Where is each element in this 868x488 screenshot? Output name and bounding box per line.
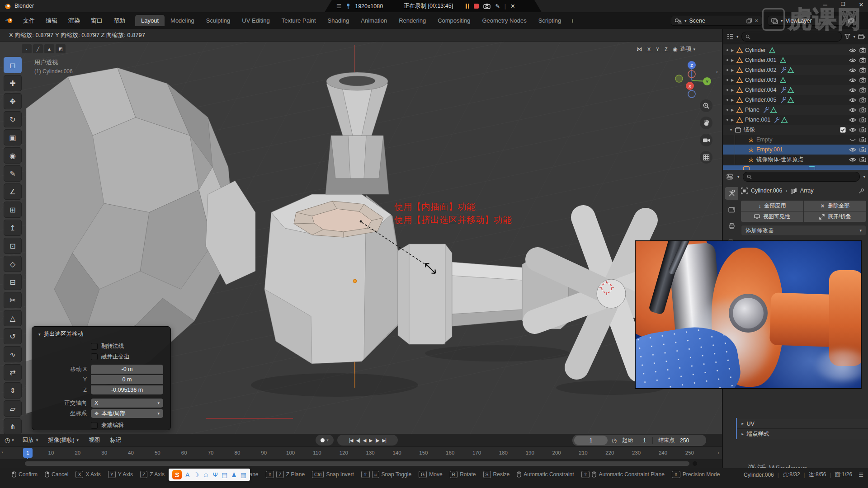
tool-spin[interactable]: ↺ (4, 328, 22, 344)
hide-eye-icon[interactable] (849, 117, 856, 122)
tool-transform[interactable]: ◉ (4, 147, 22, 164)
close-button[interactable]: ✕ (858, 1, 864, 8)
tab-scripting[interactable]: Scripting (533, 15, 567, 26)
pause-recording-button[interactable] (466, 4, 469, 9)
zoom-icon[interactable] (700, 99, 712, 112)
disable-render-camera-icon[interactable] (859, 97, 866, 103)
disable-render-camera-icon[interactable] (859, 137, 866, 142)
object-name[interactable]: Plane (745, 107, 760, 113)
hide-eye-icon[interactable] (849, 88, 856, 93)
axis-toggle-x[interactable]: X (645, 45, 653, 53)
ruler-collapse-arrow[interactable]: ‹ (717, 450, 719, 455)
expand-caret-icon[interactable]: ▶ (731, 58, 736, 62)
timeline-menu-视图[interactable]: 视图 (84, 436, 105, 444)
disable-render-camera-icon[interactable] (859, 67, 866, 73)
ime-icon-6[interactable]: ▦ (241, 471, 246, 479)
tool-bevel[interactable]: ◇ (4, 256, 22, 272)
tool-select-box[interactable]: ◻ (4, 57, 22, 73)
operator-panel-header[interactable]: ▾挤出选区并移动 (32, 327, 170, 341)
outliner-row-镜像[interactable]: ▼镜像 (723, 125, 868, 135)
tool-cursor[interactable]: ✚ (4, 75, 22, 91)
new-scene-icon[interactable] (746, 18, 752, 23)
operator-panel[interactable]: ▾挤出选区并移动 翻转法线 融并正交边 移动 X -0 m Y 0 (32, 326, 171, 430)
expand-caret-icon[interactable]: ▶ (731, 108, 736, 112)
prev-keyframe-button[interactable]: ◀| (356, 438, 360, 443)
collapse-caret-icon[interactable]: ▼ (729, 128, 735, 132)
new-collection-icon[interactable] (858, 33, 865, 40)
ime-icon-3[interactable]: Ψ (212, 471, 218, 479)
tab-animation[interactable]: Animation (355, 15, 393, 26)
object-name[interactable]: Empty.001 (756, 146, 783, 153)
hide-eye-icon[interactable] (849, 58, 856, 63)
outliner-search-input[interactable] (741, 32, 842, 42)
maximize-button[interactable]: ❒ (840, 1, 846, 8)
proportional-editing-icon[interactable]: ◉ (673, 46, 677, 52)
tool-inset-faces[interactable]: ⊡ (4, 238, 22, 254)
use-preview-range-icon[interactable]: ◷ (612, 437, 617, 444)
tool-edge-slide[interactable]: ⇄ (4, 364, 22, 380)
hide-eye-icon[interactable] (849, 147, 856, 152)
next-keyframe-button[interactable]: |▶ (375, 438, 379, 443)
object-name[interactable]: Cylinder.002 (745, 67, 777, 73)
properties-options-icon[interactable]: ▾ (863, 174, 865, 179)
ime-icon-1[interactable]: ☽ (193, 471, 199, 479)
outliner-row-cylinder-003[interactable]: ▶Cylinder.003 (723, 75, 868, 85)
play-button[interactable]: ▶ (369, 438, 373, 443)
expand-caret-icon[interactable]: ▶ (731, 98, 736, 102)
recorder-close-icon[interactable]: ✕ (510, 3, 515, 9)
sidebar-collapse-arrow[interactable]: ‹ (716, 69, 718, 75)
object-name[interactable]: Empty (756, 136, 772, 143)
hide-eye-icon[interactable] (849, 78, 856, 83)
disable-render-camera-icon[interactable] (859, 77, 866, 83)
tutorial-video-overlay[interactable] (635, 240, 862, 389)
ortho-axis-dropdown[interactable]: X▾ (91, 399, 163, 408)
viewlayer-selector[interactable]: ▾ ViewLayer (768, 16, 857, 26)
properties-tab-render[interactable] (725, 203, 738, 216)
move-y-field[interactable]: 0 m (91, 375, 163, 384)
object-name[interactable]: 镜像物体-世界原点 (756, 156, 803, 164)
disable-render-camera-icon[interactable] (859, 117, 866, 122)
add-modifier-dropdown[interactable]: 添加修改器 ▾ (741, 225, 866, 236)
tool-move[interactable]: ✥ (4, 93, 22, 109)
xray-toggle-button[interactable]: ◩ (56, 44, 66, 53)
orthographic-grid-icon[interactable] (700, 151, 712, 164)
breadcrumb-modifier[interactable]: Array (800, 188, 814, 194)
tab-rendering[interactable]: Rendering (393, 15, 432, 26)
move-z-field[interactable]: -0.095136 m (91, 385, 163, 394)
delete-all-button[interactable]: ✕删除全部 (804, 201, 866, 211)
disable-render-camera-icon[interactable] (859, 87, 866, 93)
expand-caret-icon[interactable]: ▶ (731, 68, 736, 72)
ime-icon-0[interactable]: A (185, 471, 189, 479)
disable-render-camera-icon[interactable] (859, 57, 866, 63)
jump-to-start-button[interactable]: |◀ (349, 438, 353, 443)
flip-normals-checkbox[interactable] (91, 343, 98, 350)
outliner-row-empty-001[interactable]: Empty.001 (723, 145, 868, 155)
object-name[interactable]: 镜像 (744, 126, 755, 134)
axis-toggle-y[interactable]: Y (654, 45, 661, 53)
tool-rip-region[interactable]: ⋔ (4, 418, 22, 434)
panel-uv[interactable]: ▾ UV (737, 419, 868, 429)
timeline-expand-arrow[interactable]: › (1, 449, 3, 455)
outliner-row-plane[interactable]: ▶Plane (723, 105, 868, 115)
properties-tab-tool[interactable] (725, 187, 738, 200)
outliner-row-plane-001[interactable]: ▶Plane.001 (723, 115, 868, 125)
object-name[interactable]: Cylinder.004 (745, 87, 777, 93)
timeline-ruler[interactable]: 1 ‹ 102030405060708090100110120130140150… (0, 446, 722, 460)
unlink-scene-icon[interactable]: ✕ (755, 18, 759, 24)
timeline-menu-回放[interactable]: 回放 ▾ (18, 436, 43, 444)
outliner-row-cylinder-001[interactable]: ▶Cylinder.001 (723, 55, 868, 65)
frame-start-value[interactable]: 1 (643, 437, 646, 444)
expand-collapse-button[interactable]: 展开/折叠 (804, 211, 866, 222)
hide-eye-icon[interactable] (849, 127, 856, 132)
jump-to-end-button[interactable]: ▶| (382, 438, 386, 443)
tab-sculpting[interactable]: Sculpting (200, 15, 236, 26)
hide-eye-icon[interactable] (849, 137, 856, 142)
tab-geometry-nodes[interactable]: Geometry Nodes (476, 15, 532, 26)
viewport-3d[interactable]: 用户透视 (1) Cylinder.006 ∙ ╱ ▲ ◩ ⋈ XYZ ◉ 选项… (0, 42, 722, 434)
ime-icon-2[interactable]: ☺ (203, 471, 209, 479)
hide-eye-icon[interactable] (849, 157, 856, 162)
outliner-row-cylinder[interactable]: ▶Cylinder (723, 45, 868, 55)
symmetry-icon[interactable]: ⋈ (637, 46, 642, 52)
face-select-mode-button[interactable]: ▲ (44, 44, 54, 53)
orientation-dropdown[interactable]: ✥ 本地/局部▾ (91, 409, 163, 418)
